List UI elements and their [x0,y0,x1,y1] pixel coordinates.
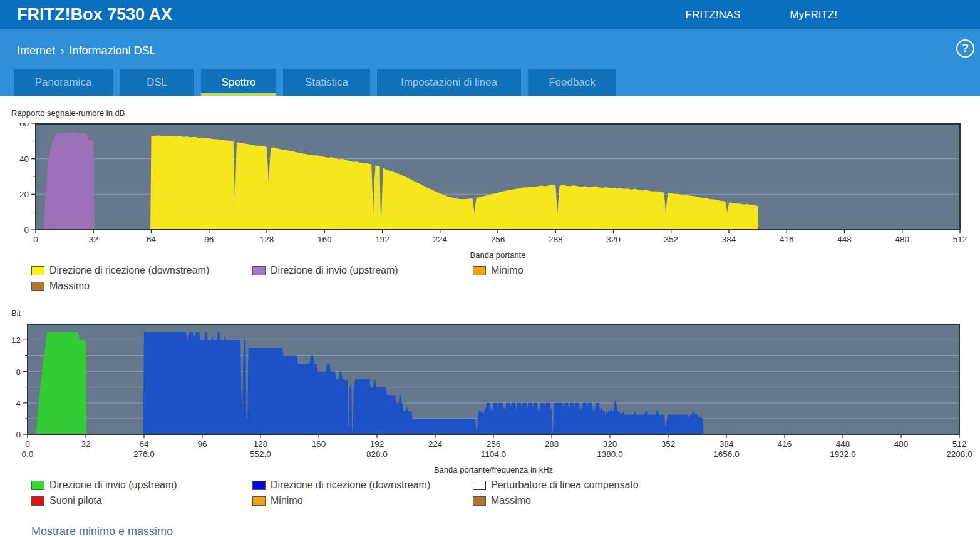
legend-swatch [252,496,266,506]
tab-bar: Panoramica DSL Spettro Statistica Impost… [14,69,616,96]
svg-text:448: 448 [836,439,850,449]
svg-text:512: 512 [952,439,967,449]
svg-text:480: 480 [895,235,909,244]
svg-text:0: 0 [16,430,21,439]
tab-underline [377,93,521,96]
legend-label: Direzione di ricezione (downstream) [271,479,430,491]
tab-label: Spettro [222,76,256,89]
svg-text:4: 4 [16,399,21,408]
svg-text:0: 0 [24,225,29,235]
legend-swatch [31,481,44,490]
svg-text:128: 128 [260,235,274,244]
legend-label: Suoni pilota [49,495,102,506]
svg-text:96: 96 [204,235,214,244]
tab-label: DSL [147,76,167,89]
snr-legend: Direzione di ricezione (downstream)Direz… [31,265,980,292]
tab-dsl[interactable]: DSL [120,69,194,96]
legend-swatch [252,266,266,275]
legend-label: Minimo [491,265,524,276]
content-area: Rapporto segnale-rumore in dB 0326496128… [0,96,980,537]
legend-label: Direzione di invio (upstream) [49,479,177,491]
svg-text:40: 40 [19,155,29,164]
legend-label: Massimo [491,495,531,506]
tab-label: Feedback [549,76,596,89]
svg-text:828.0: 828.0 [366,449,388,459]
tab-statistica[interactable]: Statistica [283,69,370,96]
legend-swatch [473,496,486,506]
svg-text:1656.0: 1656.0 [713,449,739,459]
svg-text:160: 160 [317,235,332,244]
svg-text:160: 160 [312,439,326,449]
svg-text:288: 288 [545,439,559,449]
svg-text:224: 224 [433,235,447,244]
legend-item: Massimo [31,280,252,292]
tab-spettro[interactable]: Spettro [201,69,276,96]
legend-label: Direzione di invio (upstream) [271,265,398,276]
svg-text:352: 352 [664,235,678,244]
svg-text:224: 224 [428,439,443,449]
tab-underline [528,93,616,96]
tab-underline [14,93,113,96]
legend-label: Massimo [49,280,90,292]
snr-chart: 0326496128160192224256288320352384416448… [0,123,980,250]
bit-xaxis-label: Banda portante/frequenza in kHz [28,465,959,474]
svg-text:416: 416 [780,235,794,244]
top-header: FRITZ!Box 7530 AX FRITZ!NAS MyFRITZ! [0,0,980,29]
breadcrumb-page: Informazioni DSL [69,44,155,58]
svg-text:480: 480 [894,439,909,449]
legend-item: Direzione di ricezione (downstream) [31,265,252,276]
legend-item: Direzione di invio (upstream) [252,265,473,276]
legend-item: Perturbatore di linea compensato [473,479,980,491]
svg-text:32: 32 [89,235,98,244]
svg-text:60: 60 [19,123,29,128]
tab-feedback[interactable]: Feedback [528,69,616,96]
svg-text:32: 32 [81,439,90,449]
legend-swatch [252,481,266,490]
bit-legend: Direzione di invio (upstream)Direzione d… [31,479,980,506]
svg-text:384: 384 [722,235,736,244]
sub-header-band: Internet › Informazioni DSL ? Panoramica… [0,29,980,96]
top-nav: FRITZ!NAS MyFRITZ! [686,9,837,21]
legend-item: Minimo [252,495,473,506]
legend-item: Massimo [473,495,980,506]
svg-text:12: 12 [11,335,21,345]
svg-text:192: 192 [375,235,389,244]
tab-underline [283,93,370,96]
snr-chart-svg: 0326496128160192224256288320352384416448… [0,123,980,247]
legend-swatch [473,481,486,490]
legend-label: Direzione di ricezione (downstream) [49,265,209,276]
legend-item: Direzione di invio (upstream) [31,479,252,491]
tab-panoramica[interactable]: Panoramica [14,69,113,96]
svg-text:416: 416 [778,439,792,449]
tab-label: Impostazioni di linea [401,76,497,89]
svg-text:256: 256 [491,235,505,244]
snr-xaxis-label: Banda portante [36,250,960,260]
help-icon[interactable]: ? [956,39,974,58]
svg-text:2208.0: 2208.0 [946,449,972,459]
myfritz-link[interactable]: MyFRITZ! [790,9,837,21]
breadcrumb: Internet › Informazioni DSL [17,44,155,58]
svg-text:0: 0 [33,235,38,244]
svg-text:552.0: 552.0 [250,449,271,459]
svg-text:64: 64 [139,439,149,449]
tab-impostazioni-di-linea[interactable]: Impostazioni di linea [377,69,521,96]
svg-text:276.0: 276.0 [133,449,155,459]
svg-text:256: 256 [487,439,501,449]
snr-chart-block: Rapporto segnale-rumore in dB 0326496128… [0,108,980,292]
svg-text:1104.0: 1104.0 [481,449,506,459]
legend-label: Minimo [271,495,303,506]
breadcrumb-separator-icon: › [60,44,64,58]
legend-swatch [31,282,44,291]
breadcrumb-section[interactable]: Internet [17,44,55,58]
svg-text:0: 0 [25,439,30,449]
fritznas-link[interactable]: FRITZ!NAS [686,9,741,21]
show-min-max-link[interactable]: Mostrare minimo e massimo [31,525,173,537]
svg-text:320: 320 [603,439,617,449]
svg-text:64: 64 [147,235,157,244]
legend-swatch [31,496,44,506]
tab-underline [120,93,194,96]
svg-text:448: 448 [837,235,852,244]
svg-text:1380.0: 1380.0 [597,449,622,459]
svg-text:20: 20 [19,190,29,199]
legend-item: Suoni pilota [31,495,252,506]
